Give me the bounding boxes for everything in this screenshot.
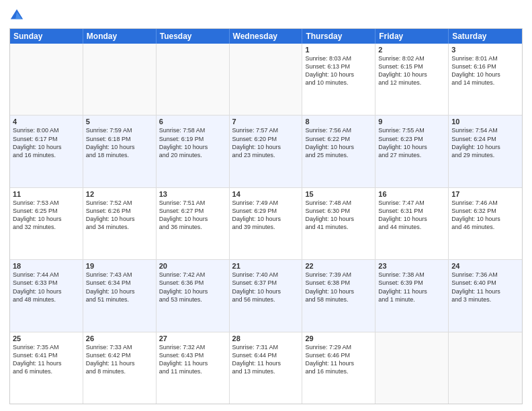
- calendar-row: 18Sunrise: 7:44 AM Sunset: 6:33 PM Dayli…: [10, 260, 522, 332]
- day-number: 27: [159, 334, 226, 342]
- day-number: 6: [159, 118, 226, 126]
- day-number: 15: [305, 190, 372, 198]
- day-number: 8: [305, 118, 372, 126]
- day-number: 25: [13, 334, 80, 342]
- calendar-cell: 19Sunrise: 7:43 AM Sunset: 6:34 PM Dayli…: [83, 260, 157, 331]
- day-info: Sunrise: 7:43 AM Sunset: 6:34 PM Dayligh…: [86, 271, 153, 304]
- calendar-cell: 12Sunrise: 7:52 AM Sunset: 6:26 PM Dayli…: [83, 188, 157, 259]
- calendar-cell: 8Sunrise: 7:56 AM Sunset: 6:22 PM Daylig…: [302, 116, 375, 187]
- calendar-cell: 27Sunrise: 7:32 AM Sunset: 6:43 PM Dayli…: [157, 332, 230, 404]
- day-number: 22: [305, 262, 372, 270]
- day-number: 19: [86, 262, 153, 270]
- logo: [9, 8, 27, 23]
- calendar-cell: 2Sunrise: 8:02 AM Sunset: 6:15 PM Daylig…: [375, 44, 449, 115]
- day-number: 21: [232, 262, 300, 270]
- calendar-cell: 13Sunrise: 7:51 AM Sunset: 6:27 PM Dayli…: [157, 188, 230, 259]
- day-number: 7: [232, 118, 300, 126]
- day-info: Sunrise: 7:48 AM Sunset: 6:30 PM Dayligh…: [305, 199, 372, 232]
- calendar-cell: 5Sunrise: 7:59 AM Sunset: 6:18 PM Daylig…: [83, 116, 157, 187]
- day-number: 23: [378, 262, 445, 270]
- day-info: Sunrise: 7:58 AM Sunset: 6:19 PM Dayligh…: [159, 126, 226, 159]
- day-info: Sunrise: 7:53 AM Sunset: 6:25 PM Dayligh…: [13, 199, 80, 232]
- day-number: 20: [159, 262, 226, 270]
- day-number: 24: [451, 262, 519, 270]
- calendar-cell: 14Sunrise: 7:49 AM Sunset: 6:29 PM Dayli…: [230, 188, 303, 259]
- day-number: 29: [305, 334, 372, 342]
- calendar: SundayMondayTuesdayWednesdayThursdayFrid…: [9, 28, 523, 404]
- day-info: Sunrise: 7:42 AM Sunset: 6:36 PM Dayligh…: [159, 271, 226, 304]
- calendar-header-cell: Monday: [83, 29, 157, 44]
- day-number: 9: [378, 118, 445, 126]
- calendar-header-cell: Tuesday: [157, 29, 230, 44]
- calendar-cell: [10, 44, 83, 115]
- calendar-header-row: SundayMondayTuesdayWednesdayThursdayFrid…: [10, 29, 522, 44]
- day-number: 12: [86, 190, 153, 198]
- calendar-cell: [449, 332, 522, 404]
- day-info: Sunrise: 7:52 AM Sunset: 6:26 PM Dayligh…: [86, 199, 153, 232]
- day-number: 1: [305, 46, 372, 54]
- calendar-header-cell: Saturday: [449, 29, 522, 44]
- calendar-cell: 6Sunrise: 7:58 AM Sunset: 6:19 PM Daylig…: [157, 116, 230, 187]
- day-number: 10: [451, 118, 519, 126]
- calendar-cell: 3Sunrise: 8:01 AM Sunset: 6:16 PM Daylig…: [449, 44, 522, 115]
- day-info: Sunrise: 7:38 AM Sunset: 6:39 PM Dayligh…: [378, 271, 445, 304]
- day-number: 3: [451, 46, 519, 54]
- calendar-body: 1Sunrise: 8:03 AM Sunset: 6:13 PM Daylig…: [10, 44, 522, 404]
- calendar-header-cell: Thursday: [302, 29, 375, 44]
- day-info: Sunrise: 7:54 AM Sunset: 6:24 PM Dayligh…: [451, 126, 519, 159]
- calendar-cell: 23Sunrise: 7:38 AM Sunset: 6:39 PM Dayli…: [375, 260, 449, 331]
- day-info: Sunrise: 7:49 AM Sunset: 6:29 PM Dayligh…: [232, 199, 300, 232]
- day-info: Sunrise: 7:47 AM Sunset: 6:31 PM Dayligh…: [378, 199, 445, 232]
- day-info: Sunrise: 7:35 AM Sunset: 6:41 PM Dayligh…: [13, 343, 80, 376]
- day-info: Sunrise: 7:40 AM Sunset: 6:37 PM Dayligh…: [232, 271, 300, 304]
- day-number: 5: [86, 118, 153, 126]
- day-info: Sunrise: 7:51 AM Sunset: 6:27 PM Dayligh…: [159, 199, 226, 232]
- day-number: 14: [232, 190, 300, 198]
- calendar-cell: 26Sunrise: 7:33 AM Sunset: 6:42 PM Dayli…: [83, 332, 157, 404]
- calendar-header-cell: Friday: [375, 29, 449, 44]
- calendar-row: 4Sunrise: 8:00 AM Sunset: 6:17 PM Daylig…: [10, 116, 522, 187]
- day-info: Sunrise: 7:46 AM Sunset: 6:32 PM Dayligh…: [451, 199, 519, 232]
- day-number: 4: [13, 118, 80, 126]
- day-number: 17: [451, 190, 519, 198]
- day-info: Sunrise: 7:36 AM Sunset: 6:40 PM Dayligh…: [451, 271, 519, 304]
- day-number: 16: [378, 190, 445, 198]
- day-number: 2: [378, 46, 445, 54]
- day-number: 28: [232, 334, 300, 342]
- calendar-row: 11Sunrise: 7:53 AM Sunset: 6:25 PM Dayli…: [10, 188, 522, 260]
- calendar-cell: 9Sunrise: 7:55 AM Sunset: 6:23 PM Daylig…: [375, 116, 449, 187]
- day-number: 11: [13, 190, 80, 198]
- page-header: [9, 8, 523, 23]
- calendar-cell: 17Sunrise: 7:46 AM Sunset: 6:32 PM Dayli…: [449, 188, 522, 259]
- day-info: Sunrise: 7:57 AM Sunset: 6:20 PM Dayligh…: [232, 126, 300, 159]
- day-info: Sunrise: 8:00 AM Sunset: 6:17 PM Dayligh…: [13, 126, 80, 159]
- calendar-cell: 29Sunrise: 7:29 AM Sunset: 6:46 PM Dayli…: [302, 332, 375, 404]
- calendar-cell: 7Sunrise: 7:57 AM Sunset: 6:20 PM Daylig…: [230, 116, 303, 187]
- calendar-header-cell: Sunday: [10, 29, 83, 44]
- day-info: Sunrise: 7:33 AM Sunset: 6:42 PM Dayligh…: [86, 343, 153, 376]
- calendar-cell: [230, 44, 303, 115]
- calendar-row: 1Sunrise: 8:03 AM Sunset: 6:13 PM Daylig…: [10, 44, 522, 116]
- calendar-cell: 10Sunrise: 7:54 AM Sunset: 6:24 PM Dayli…: [449, 116, 522, 187]
- calendar-cell: [375, 332, 449, 404]
- calendar-cell: 15Sunrise: 7:48 AM Sunset: 6:30 PM Dayli…: [302, 188, 375, 259]
- day-info: Sunrise: 7:32 AM Sunset: 6:43 PM Dayligh…: [159, 343, 226, 376]
- day-info: Sunrise: 8:01 AM Sunset: 6:16 PM Dayligh…: [451, 54, 519, 87]
- day-number: 18: [13, 262, 80, 270]
- calendar-cell: 20Sunrise: 7:42 AM Sunset: 6:36 PM Dayli…: [157, 260, 230, 331]
- day-info: Sunrise: 7:55 AM Sunset: 6:23 PM Dayligh…: [378, 126, 445, 159]
- calendar-cell: 24Sunrise: 7:36 AM Sunset: 6:40 PM Dayli…: [449, 260, 522, 331]
- calendar-row: 25Sunrise: 7:35 AM Sunset: 6:41 PM Dayli…: [10, 332, 522, 404]
- day-info: Sunrise: 7:56 AM Sunset: 6:22 PM Dayligh…: [305, 126, 372, 159]
- calendar-cell: 16Sunrise: 7:47 AM Sunset: 6:31 PM Dayli…: [375, 188, 449, 259]
- calendar-cell: 28Sunrise: 7:31 AM Sunset: 6:44 PM Dayli…: [230, 332, 303, 404]
- calendar-cell: 18Sunrise: 7:44 AM Sunset: 6:33 PM Dayli…: [10, 260, 83, 331]
- calendar-cell: 22Sunrise: 7:39 AM Sunset: 6:38 PM Dayli…: [302, 260, 375, 331]
- calendar-cell: 4Sunrise: 8:00 AM Sunset: 6:17 PM Daylig…: [10, 116, 83, 187]
- day-info: Sunrise: 7:31 AM Sunset: 6:44 PM Dayligh…: [232, 343, 300, 376]
- day-info: Sunrise: 7:44 AM Sunset: 6:33 PM Dayligh…: [13, 271, 80, 304]
- day-number: 26: [86, 334, 153, 342]
- calendar-cell: 25Sunrise: 7:35 AM Sunset: 6:41 PM Dayli…: [10, 332, 83, 404]
- logo-icon: [9, 8, 24, 23]
- day-info: Sunrise: 7:29 AM Sunset: 6:46 PM Dayligh…: [305, 343, 372, 376]
